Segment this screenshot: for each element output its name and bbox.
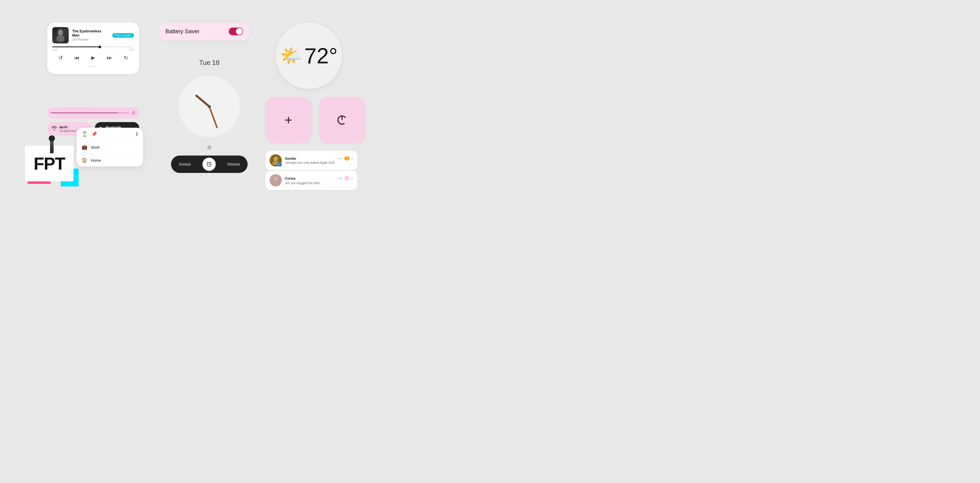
work-label: Work bbox=[91, 145, 100, 150]
minute-hand bbox=[208, 106, 218, 129]
notifications-panel: f Sundar • 2m 3 ∨ I thought you only lea… bbox=[266, 151, 357, 190]
svg-point-1 bbox=[56, 35, 65, 41]
home-label: Home bbox=[91, 158, 101, 163]
corina-avatar-wrap bbox=[270, 174, 282, 187]
battery-saver-toggle[interactable] bbox=[229, 27, 243, 35]
add-button[interactable]: + bbox=[266, 97, 312, 143]
time-current: 2:20 bbox=[52, 48, 57, 51]
sundar-avatar-wrap: f bbox=[270, 154, 282, 167]
alarm-icon bbox=[206, 161, 212, 167]
corina-badge bbox=[344, 176, 350, 181]
phone-speaker-badge: Phone Speaker bbox=[112, 33, 134, 38]
svg-point-7 bbox=[274, 177, 278, 181]
power-icon bbox=[336, 113, 349, 127]
wifi-sublabel: GoogleGuest bbox=[59, 129, 76, 132]
corina-notif-body: Corina • 2m ∨ Jon you clogged the toilet… bbox=[285, 176, 353, 185]
action-buttons: + bbox=[266, 97, 365, 143]
hour-hand bbox=[195, 94, 210, 107]
battery-saver-label: Battery Saver bbox=[165, 28, 199, 35]
snooze-button[interactable]: Snooze bbox=[173, 159, 196, 169]
alarm-icon-button[interactable] bbox=[202, 158, 216, 171]
wifi-label: Wi-Fi bbox=[59, 125, 76, 129]
clock-widget: Tue 18 Snooze Dismiss bbox=[169, 59, 250, 173]
clock-face-outer bbox=[173, 71, 245, 142]
svg-point-5 bbox=[274, 156, 278, 161]
corina-message: Jon you clogged the toilet... bbox=[285, 181, 353, 185]
center-dot bbox=[208, 105, 211, 108]
wifi-icon bbox=[51, 126, 57, 132]
sundar-badge: 3 bbox=[344, 156, 350, 160]
fpt-text: FPT bbox=[34, 153, 65, 174]
play-button[interactable]: ▶ bbox=[89, 53, 98, 62]
music-controls: ↺ ⏮ ▶ ⏭ ↻ bbox=[52, 53, 134, 62]
replay-button[interactable]: ↺ bbox=[56, 53, 65, 62]
clock-stem bbox=[207, 145, 212, 150]
corina-chevron[interactable]: ∨ bbox=[351, 177, 353, 180]
weather-icon: 🌤️ bbox=[280, 45, 302, 66]
shortcut-header: ⏳ 📌 ℹ bbox=[76, 128, 143, 141]
svg-point-0 bbox=[58, 29, 63, 35]
fpt-logo: FPT bbox=[22, 135, 81, 187]
battery-saver-card: Battery Saver bbox=[158, 22, 250, 40]
music-progress[interactable]: 2:20 3:42 bbox=[52, 46, 134, 51]
corina-avatar bbox=[270, 174, 282, 187]
brightness-control[interactable]: ⚙ bbox=[47, 107, 139, 118]
notification-sundar[interactable]: f Sundar • 2m 3 ∨ I thought you only lea… bbox=[266, 151, 357, 170]
time-total: 3:42 bbox=[129, 48, 134, 51]
briefcase-icon: 💼 bbox=[82, 144, 87, 150]
add-icon: + bbox=[285, 112, 292, 128]
album-art bbox=[52, 27, 69, 43]
prev-button[interactable]: ⏮ bbox=[72, 53, 81, 62]
next-button[interactable]: ⏭ bbox=[105, 53, 114, 62]
music-player-card: The Eyebrowless Man Jon Prosser Phone Sp… bbox=[47, 22, 139, 74]
work-shortcut[interactable]: 💼 Work bbox=[76, 141, 143, 154]
music-dots: ••• bbox=[52, 64, 134, 69]
sundar-name: Sundar bbox=[285, 156, 296, 160]
sundar-chevron[interactable]: ∨ bbox=[351, 156, 353, 160]
timer-icon[interactable]: ⏳ bbox=[82, 131, 87, 137]
weather-widget: 🌤️ 72° bbox=[276, 22, 342, 89]
brightness-icon: ⚙ bbox=[132, 110, 135, 116]
corina-name: Corina bbox=[285, 177, 295, 180]
info-icon[interactable]: ℹ bbox=[136, 131, 138, 137]
home-icon: 🏠 bbox=[82, 157, 87, 163]
dismiss-button[interactable]: Dismiss bbox=[222, 159, 245, 169]
sundar-notif-body: Sundar • 2m 3 ∨ I thought you only leake… bbox=[285, 156, 353, 164]
pin-icon[interactable]: 📌 bbox=[91, 131, 97, 137]
toggle-knob bbox=[236, 28, 242, 35]
corina-time: • 2m bbox=[337, 177, 343, 180]
song-artist: Jon Prosser bbox=[72, 38, 109, 41]
song-title: The Eyebrowless Man bbox=[72, 29, 109, 37]
shortcut-menu-card: ⏳ 📌 ℹ 💼 Work 🏠 Home bbox=[76, 128, 143, 167]
sundar-time: • 2m bbox=[337, 157, 343, 160]
repeat-button[interactable]: ↻ bbox=[121, 53, 130, 62]
notification-corina[interactable]: Corina • 2m ∨ Jon you clogged the toilet… bbox=[266, 171, 357, 190]
sundar-message: I thought you only leaked Apple stuff... bbox=[285, 161, 353, 164]
fb-badge: f bbox=[278, 163, 282, 167]
clock-date: Tue 18 bbox=[199, 59, 220, 67]
weather-temp: 72° bbox=[304, 45, 337, 67]
clock-face bbox=[179, 76, 240, 137]
power-button[interactable] bbox=[319, 97, 365, 143]
svg-point-8 bbox=[272, 181, 279, 185]
home-shortcut[interactable]: 🏠 Home bbox=[76, 154, 143, 167]
alarm-bar: Snooze Dismiss bbox=[171, 156, 248, 173]
